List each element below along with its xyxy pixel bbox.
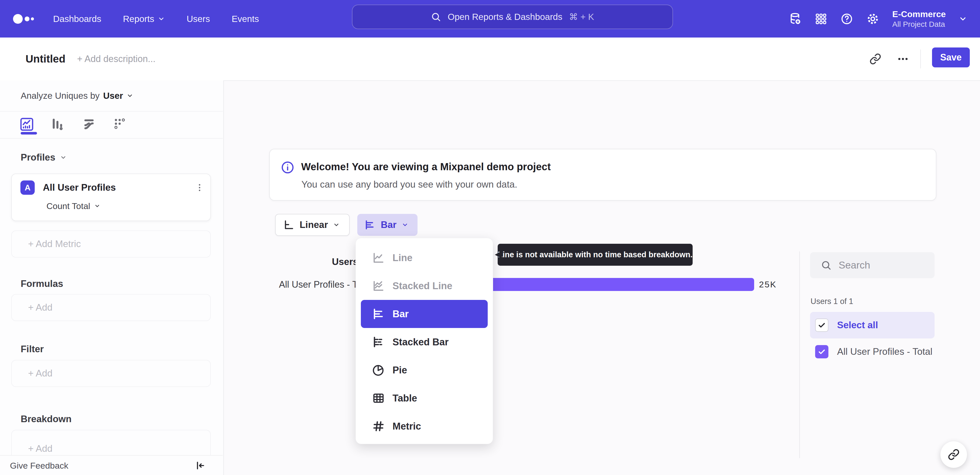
active-tab-underline xyxy=(21,132,37,134)
menu-label: Stacked Bar xyxy=(393,337,449,347)
pie-chart-icon xyxy=(372,363,385,377)
add-filter-card[interactable]: + Add xyxy=(11,360,211,387)
collapse-sidebar-button[interactable] xyxy=(191,456,209,475)
give-feedback-link[interactable]: Give Feedback xyxy=(10,456,68,475)
menu-label: Bar xyxy=(393,309,409,320)
menu-label: Metric xyxy=(393,421,421,432)
chart-type-label: Bar xyxy=(381,220,396,230)
tab-insights[interactable] xyxy=(18,115,36,133)
scale-dropdown-button[interactable]: Linear xyxy=(275,214,350,236)
retention-icon xyxy=(113,117,127,132)
insights-chart-icon xyxy=(19,116,35,132)
select-all-label: Select all xyxy=(837,320,878,330)
profiles-section-header[interactable]: Profiles xyxy=(21,151,67,164)
disabled-option-tooltip: Line is not available with no time based… xyxy=(498,244,693,266)
menu-label: Stacked Line xyxy=(393,281,452,292)
legend-search-input[interactable] xyxy=(838,259,923,271)
check-icon xyxy=(818,347,826,356)
nav-label: Dashboards xyxy=(53,14,101,24)
data-management-icon[interactable] xyxy=(789,12,802,26)
report-title[interactable]: Untitled xyxy=(25,38,65,80)
project-name: E-Commerce xyxy=(892,9,946,20)
help-icon[interactable] xyxy=(840,12,853,26)
analyze-entity-dropdown[interactable]: User xyxy=(103,91,133,101)
menu-item-table[interactable]: Table xyxy=(361,384,488,412)
menu-label: Pie xyxy=(393,365,407,376)
chart-type-dropdown-button[interactable]: Bar xyxy=(357,214,417,236)
legend-panel-divider xyxy=(799,252,800,458)
apps-grid-icon[interactable] xyxy=(815,13,827,25)
add-metric-label: + Add Metric xyxy=(28,231,81,257)
select-all-checkbox[interactable] xyxy=(815,319,829,332)
mixpanel-logo[interactable] xyxy=(12,13,37,25)
sidebar-footer: Give Feedback xyxy=(0,455,223,475)
menu-label: Table xyxy=(393,393,417,404)
info-icon xyxy=(281,161,294,174)
save-button[interactable]: Save xyxy=(932,48,970,67)
menu-item-bar[interactable]: Bar xyxy=(361,300,488,328)
share-link-fab[interactable] xyxy=(940,441,967,468)
metric-kebab-menu[interactable] xyxy=(192,180,207,195)
check-icon xyxy=(818,321,826,330)
metric-card: A All User Profiles Count Total xyxy=(11,174,211,221)
chevron-down-icon xyxy=(402,222,408,228)
search-icon xyxy=(821,260,832,271)
chevron-down-icon xyxy=(127,92,133,99)
chart-bar-value-label: 25K xyxy=(759,278,777,291)
breakdown-label: Breakdown xyxy=(21,413,72,426)
demo-project-banner xyxy=(269,149,936,201)
menu-item-metric[interactable]: Metric xyxy=(361,412,488,440)
flows-icon xyxy=(82,117,97,132)
add-formula-card[interactable]: + Add xyxy=(11,294,211,321)
chart-users-column-header: Users xyxy=(332,257,358,267)
metric-name[interactable]: All User Profiles xyxy=(43,180,116,195)
nav-item-events[interactable]: Events xyxy=(232,14,259,24)
metric-aggregation-dropdown[interactable]: Count Total xyxy=(46,199,100,212)
analyze-prefix: Analyze Uniques by xyxy=(21,91,100,101)
bar-chart-icon xyxy=(364,219,375,231)
link-icon xyxy=(870,53,881,65)
stacked-bar-chart-icon xyxy=(372,335,385,349)
menu-item-stacked-bar[interactable]: Stacked Bar xyxy=(361,328,488,356)
select-all-row[interactable]: Select all xyxy=(810,312,935,338)
nav-item-dashboards[interactable]: Dashboards xyxy=(53,14,101,24)
tooltip-text: Line is not available with no time based… xyxy=(498,250,692,259)
mixpanel-app: Dashboards Reports Users Events Open Rep… xyxy=(0,0,980,475)
nav-label: Events xyxy=(232,14,259,24)
scale-label: Linear xyxy=(300,220,328,230)
chevron-down-icon xyxy=(333,222,340,228)
table-icon xyxy=(372,391,385,405)
legend-search-box xyxy=(810,252,935,278)
line-chart-icon xyxy=(372,251,385,265)
sidebar-divider xyxy=(0,111,223,112)
add-metric-card[interactable]: + Add Metric xyxy=(11,231,211,258)
global-search-button[interactable]: Open Reports & Dashboards ⌘ + K xyxy=(352,5,673,29)
add-filter-label: + Add xyxy=(28,360,52,386)
menu-item-line[interactable]: Line xyxy=(361,244,488,272)
sidebar-divider xyxy=(0,138,223,139)
legend-item-checkbox[interactable] xyxy=(815,345,829,359)
legend-item-row[interactable]: All User Profiles - Total xyxy=(810,342,935,362)
analyze-value: User xyxy=(103,91,123,101)
analyze-uniques-row: Analyze Uniques by User xyxy=(21,87,133,105)
menu-item-stacked-line[interactable]: Stacked Line xyxy=(361,272,488,300)
collapse-left-icon xyxy=(194,460,205,471)
nav-item-reports[interactable]: Reports xyxy=(123,14,165,24)
tab-funnels[interactable] xyxy=(48,115,66,133)
add-description-button[interactable]: + Add description... xyxy=(77,38,156,80)
top-navbar: Dashboards Reports Users Events Open Rep… xyxy=(0,0,980,38)
tab-retention[interactable] xyxy=(111,115,129,133)
chevron-down-icon xyxy=(94,203,100,209)
search-placeholder: Open Reports & Dashboards xyxy=(448,12,562,22)
project-scope: All Project Data xyxy=(892,19,946,29)
menu-item-pie[interactable]: Pie xyxy=(361,356,488,384)
copy-link-button[interactable] xyxy=(867,50,883,68)
project-switcher[interactable]: E-Commerce All Project Data xyxy=(892,9,946,29)
banner-title: Welcome! You are viewing a Mixpanel demo… xyxy=(301,161,551,172)
add-formula-label: + Add xyxy=(28,295,52,320)
nav-item-users[interactable]: Users xyxy=(186,14,210,24)
settings-gear-icon[interactable] xyxy=(866,12,880,26)
more-actions-button[interactable] xyxy=(893,50,913,68)
tab-flows[interactable] xyxy=(80,115,98,133)
stacked-line-chart-icon xyxy=(372,279,385,293)
